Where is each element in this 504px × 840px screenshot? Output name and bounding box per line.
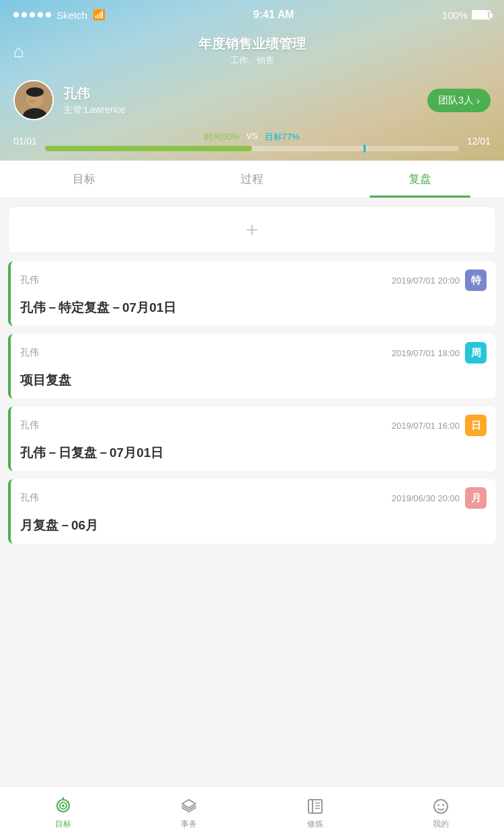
team-button[interactable]: 团队3人 › bbox=[427, 89, 491, 112]
add-review-section: + bbox=[8, 206, 496, 253]
card-title: 月复盘－06月 bbox=[11, 513, 496, 544]
card-badge: 月 bbox=[465, 487, 487, 509]
page-subtitle: 工作、销售 bbox=[198, 54, 306, 67]
card-title: 孔伟－日复盘－07月01日 bbox=[11, 440, 496, 471]
card-date: 2019/07/01 20:00 bbox=[392, 276, 460, 286]
card-title: 孔伟－特定复盘－07月01日 bbox=[11, 295, 496, 326]
svg-point-15 bbox=[437, 804, 439, 806]
nav-item-mine[interactable]: 我的 bbox=[378, 793, 505, 834]
svg-point-14 bbox=[434, 800, 448, 813]
nav-item-tasks[interactable]: 事务 bbox=[126, 793, 253, 834]
header-top: ⌂ 年度销售业绩管理 工作、销售 bbox=[0, 30, 504, 72]
user-row: 孔伟 主管:Lawrence 团队3人 › bbox=[0, 72, 504, 126]
user-manager-label: 主管:Lawrence bbox=[63, 104, 126, 116]
card-date-badge: 2019/06/30 20:00 月 bbox=[392, 487, 487, 509]
nav-mine-label: 我的 bbox=[433, 818, 449, 830]
battery-pct-label: 100% bbox=[442, 9, 468, 21]
card-date: 2019/06/30 20:00 bbox=[392, 493, 460, 503]
add-review-button[interactable]: + bbox=[246, 219, 259, 241]
review-card[interactable]: 孔伟 2019/07/01 20:00 特 孔伟－特定复盘－07月01日 bbox=[8, 261, 496, 326]
face-icon bbox=[431, 797, 450, 816]
card-date-badge: 2019/07/01 20:00 特 bbox=[392, 269, 487, 291]
progress-bar-target-marker bbox=[364, 144, 366, 153]
card-date: 2019/07/01 16:00 bbox=[392, 421, 460, 431]
wifi-icon: 📶 bbox=[93, 9, 106, 21]
team-btn-arrow: › bbox=[476, 95, 480, 106]
svg-point-16 bbox=[442, 804, 444, 806]
progress-row: 01/01 时间50% VS 目标77% 12/01 bbox=[0, 126, 504, 161]
target-icon bbox=[54, 797, 73, 816]
user-name-label: 孔伟 bbox=[63, 85, 126, 103]
page-title: 年度销售业绩管理 bbox=[198, 35, 306, 53]
svg-point-3 bbox=[26, 87, 44, 97]
nav-item-target[interactable]: 目标 bbox=[0, 793, 126, 834]
progress-bar-time-fill bbox=[45, 146, 252, 151]
tab-process[interactable]: 过程 bbox=[168, 161, 336, 198]
card-date-badge: 2019/07/01 16:00 日 bbox=[392, 415, 487, 436]
user-info: 孔伟 主管:Lawrence bbox=[63, 85, 126, 116]
progress-time-label: 时间50% bbox=[204, 131, 239, 143]
nav-tasks-label: 事务 bbox=[181, 818, 197, 830]
date-start-label: 01/01 bbox=[13, 136, 37, 146]
avatar bbox=[13, 80, 54, 120]
card-title: 项目复盘 bbox=[11, 368, 496, 398]
tab-target[interactable]: 目标 bbox=[0, 161, 168, 198]
nav-item-practice[interactable]: 修炼 bbox=[252, 793, 378, 834]
tabs: 目标 过程 复盘 bbox=[0, 161, 504, 198]
progress-target-label: 目标77% bbox=[265, 131, 300, 143]
status-bar: Sketch 📶 9:41 AM 100% bbox=[0, 0, 504, 30]
progress-center: 时间50% VS 目标77% bbox=[45, 131, 459, 151]
card-author: 孔伟 bbox=[20, 492, 39, 504]
book-icon bbox=[306, 797, 325, 816]
review-card[interactable]: 孔伟 2019/06/30 20:00 月 月复盘－06月 bbox=[8, 479, 496, 544]
date-end-label: 12/01 bbox=[467, 136, 491, 146]
progress-bar bbox=[45, 146, 459, 151]
card-date-badge: 2019/07/01 18:00 周 bbox=[392, 342, 487, 364]
card-badge: 周 bbox=[465, 342, 487, 364]
svg-rect-9 bbox=[308, 800, 322, 813]
app-name-label: Sketch bbox=[56, 9, 87, 21]
tab-review[interactable]: 复盘 bbox=[336, 161, 504, 198]
card-author: 孔伟 bbox=[20, 347, 39, 359]
svg-point-7 bbox=[62, 804, 65, 807]
layers-icon bbox=[179, 797, 198, 816]
status-time: 9:41 AM bbox=[253, 9, 294, 21]
card-badge: 日 bbox=[465, 415, 487, 436]
team-btn-label: 团队3人 bbox=[438, 94, 474, 107]
nav-target-label: 目标 bbox=[55, 818, 71, 830]
card-author: 孔伟 bbox=[20, 419, 39, 431]
bottom-nav: 目标 事务 修炼 我的 bbox=[0, 786, 504, 840]
battery-icon bbox=[472, 10, 491, 19]
review-card[interactable]: 孔伟 2019/07/01 18:00 周 项目复盘 bbox=[8, 334, 496, 398]
cards-container: 孔伟 2019/07/01 20:00 特 孔伟－特定复盘－07月01日 孔伟 … bbox=[0, 253, 504, 552]
nav-practice-label: 修炼 bbox=[307, 818, 323, 830]
progress-vs-label: VS bbox=[246, 131, 257, 143]
card-badge: 特 bbox=[465, 269, 487, 291]
review-card[interactable]: 孔伟 2019/07/01 16:00 日 孔伟－日复盘－07月01日 bbox=[8, 407, 496, 471]
card-author: 孔伟 bbox=[20, 274, 39, 286]
svg-point-4 bbox=[29, 99, 34, 103]
card-date: 2019/07/01 18:00 bbox=[392, 348, 460, 358]
home-icon[interactable]: ⌂ bbox=[13, 40, 24, 61]
